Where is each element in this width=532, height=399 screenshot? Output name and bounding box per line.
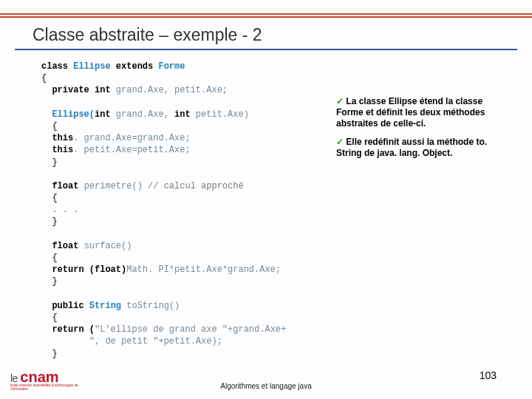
- title-underline: [15, 49, 517, 50]
- top-accent-bar: [0, 13, 532, 18]
- check-icon: ✓: [336, 96, 344, 106]
- code-block: class Ellipse extends Forme { private in…: [41, 61, 330, 360]
- kw-private-int: private int: [52, 85, 115, 95]
- ctor: Ellipse(: [52, 109, 95, 120]
- fields: grand.Axe, petit.Axe;: [116, 85, 228, 95]
- footer-text: Algorithmes et langage java: [0, 382, 532, 390]
- m-perimetre: perimetre(): [84, 181, 143, 191]
- brace: {: [41, 73, 47, 83]
- kw-extends: extends: [116, 61, 153, 72]
- comment: // calcul approché: [143, 181, 244, 191]
- page-number: 103: [480, 369, 497, 381]
- cls-ellipse: Ellipse: [73, 61, 110, 72]
- note-1: ✓ La classe Ellipse étend la classe Form…: [336, 96, 506, 129]
- notes-panel: ✓ La classe Ellipse étend la classe Form…: [336, 96, 506, 166]
- page-title: Classe abstraite – exemple - 2: [33, 25, 262, 45]
- cls-forme: Forme: [158, 61, 185, 72]
- m-surface: surface(): [84, 241, 132, 251]
- check-icon: ✓: [336, 137, 344, 147]
- kw-float: float: [52, 181, 83, 191]
- kw-class: class: [41, 61, 68, 72]
- note-2: ✓ Elle redéfinit aussi la méthode to. St…: [336, 137, 506, 159]
- m-tostring: toString(): [126, 301, 180, 311]
